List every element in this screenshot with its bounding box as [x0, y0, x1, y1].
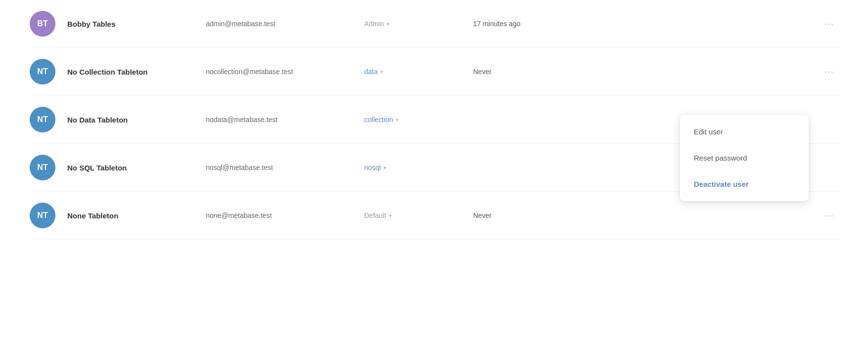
chevron-down-icon: ▾	[381, 69, 383, 75]
user-actions-dropdown: Edit userReset passwordDeactivate user	[680, 115, 809, 201]
user-email: nodata@metabase.test	[206, 116, 364, 124]
user-name: No Data Tableton	[67, 116, 206, 124]
role-label: data	[364, 68, 378, 76]
avatar: NT	[30, 59, 55, 85]
chevron-down-icon: ▾	[396, 117, 398, 123]
role-label: Default	[364, 212, 386, 219]
user-role[interactable]: Default▾	[364, 212, 473, 219]
user-email: none@metabase.test	[206, 212, 364, 219]
role-label: Admin	[364, 20, 384, 28]
chevron-down-icon: ▾	[387, 21, 389, 27]
user-email: admin@metabase.test	[206, 20, 364, 28]
chevron-down-icon: ▾	[389, 213, 391, 218]
user-role[interactable]: collection▾	[364, 116, 473, 124]
role-label: collection	[364, 116, 393, 124]
role-label: nosql	[364, 164, 381, 171]
user-role[interactable]: data▾	[364, 68, 473, 76]
user-role[interactable]: nosql▾	[364, 164, 473, 171]
reset-password-menu-item[interactable]: Reset password	[680, 145, 809, 171]
avatar: NT	[30, 107, 55, 132]
user-last-seen: Never	[473, 212, 820, 219]
user-role[interactable]: Admin▾	[364, 20, 473, 28]
chevron-down-icon: ▾	[384, 165, 386, 170]
user-name: No Collection Tableton	[67, 68, 206, 76]
user-row: NTNo Collection Tabletonnocollection@met…	[30, 48, 838, 96]
deactivate-user-menu-item[interactable]: Deactivate user	[680, 171, 809, 197]
user-row: NTNo Data Tabletonnodata@metabase.testco…	[30, 96, 838, 144]
avatar: NT	[30, 155, 55, 180]
avatar: NT	[30, 203, 55, 228]
user-row: BTBobby Tablesadmin@metabase.testAdmin▾1…	[30, 0, 838, 48]
edit-user-menu-item[interactable]: Edit user	[680, 119, 809, 145]
user-last-seen: Never	[473, 68, 820, 76]
user-list: BTBobby Tablesadmin@metabase.testAdmin▾1…	[0, 0, 868, 240]
more-options-button[interactable]: ···	[820, 17, 838, 31]
user-email: nocollection@metabase.test	[206, 68, 364, 76]
user-email: nosql@metabase.test	[206, 164, 364, 171]
more-options-button[interactable]: ···	[820, 209, 838, 223]
user-last-seen: 17 minutes ago	[473, 20, 820, 28]
avatar: BT	[30, 11, 55, 37]
user-name: None Tableton	[67, 212, 206, 220]
more-options-button[interactable]: ···	[820, 65, 838, 79]
user-name: No SQL Tableton	[67, 164, 206, 172]
user-name: Bobby Tables	[67, 20, 206, 28]
